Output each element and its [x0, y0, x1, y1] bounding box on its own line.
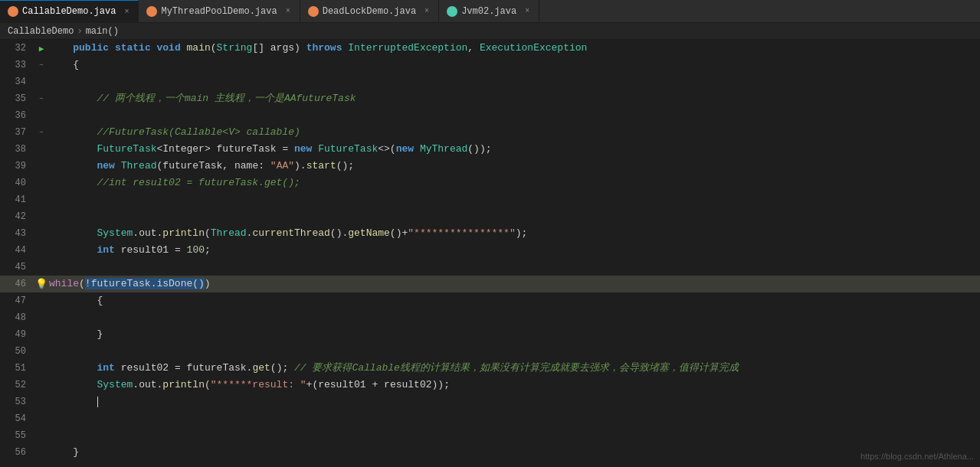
breadcrumb-method: main() — [86, 26, 119, 37]
code-line-32: 32 ▶ public static void main(String[] ar… — [0, 40, 980, 57]
tab-close-deadlock[interactable]: × — [423, 6, 431, 16]
run-arrow-icon: ▶ — [39, 44, 44, 54]
code-line-47: 47 { — [0, 292, 980, 309]
line-num-52: 52 — [0, 377, 34, 394]
fold-icon[interactable]: − — [39, 95, 43, 103]
text-cursor — [97, 397, 98, 407]
line-num-41: 41 — [0, 191, 34, 208]
code-line-51: 51 int result02 = futureTask.get(); // 要… — [0, 360, 980, 377]
line-num-56: 56 — [0, 444, 34, 461]
line-indicator-46[interactable]: 💡 — [34, 278, 49, 290]
line-num-51: 51 — [0, 360, 34, 377]
code-line-34: 34 — [0, 73, 980, 90]
code-line-53: 53 — [0, 394, 980, 410]
line-num-37: 37 — [0, 124, 34, 141]
breadcrumb-class: CallableDemo — [8, 26, 74, 37]
line-num-50: 50 — [0, 343, 34, 360]
line-indicator-32[interactable]: ▶ — [34, 44, 49, 54]
line-num-46: 46 — [0, 276, 34, 292]
line-text-35: // 两个线程，一个main 主线程，一个是AAfutureTask — [49, 90, 980, 107]
tab-label-callable: CallableDemo.java — [22, 6, 116, 17]
code-line-43: 43 System.out.println(Thread.currentThre… — [0, 225, 980, 242]
line-num-53: 53 — [0, 394, 34, 410]
code-line-54: 54 — [0, 410, 980, 427]
code-line-36: 36 — [0, 107, 980, 124]
tab-icon-jvm02 — [447, 6, 457, 17]
tab-label-deadlock: DeadLockDemo.java — [323, 6, 416, 17]
line-num-48: 48 — [0, 309, 34, 326]
code-line-35: 35 − // 两个线程，一个main 主线程，一个是AAfutureTask — [0, 90, 980, 107]
code-line-41: 41 — [0, 191, 980, 208]
code-line-56: 56 } — [0, 444, 980, 461]
line-text-46: while(!futureTask.isDone()) — [49, 276, 980, 292]
line-num-32: 32 — [0, 40, 34, 57]
line-num-35: 35 — [0, 90, 34, 107]
fold-icon[interactable]: − — [39, 129, 43, 136]
tab-close-threadpool[interactable]: × — [284, 6, 292, 16]
line-num-55: 55 — [0, 427, 34, 444]
code-line-42: 42 — [0, 208, 980, 225]
code-line-37: 37 − //FutureTask(Callable<V> callable) — [0, 124, 980, 141]
code-line-40: 40 //int result02 = futureTask.get(); — [0, 175, 980, 191]
line-text-32: public static void main(String[] args) t… — [49, 40, 980, 57]
tab-deadlock[interactable]: DeadLockDemo.java × — [300, 0, 439, 23]
line-text-47: { — [49, 292, 980, 309]
code-line-33: 33 − { — [0, 57, 980, 73]
fold-icon[interactable]: − — [39, 61, 43, 69]
line-num-44: 44 — [0, 242, 34, 259]
line-num-38: 38 — [0, 141, 34, 158]
line-indicator-33[interactable]: − — [34, 61, 49, 69]
line-text-43: System.out.println(Thread.currentThread(… — [49, 225, 980, 242]
tab-label-jvm02: Jvm02.java — [461, 6, 516, 17]
code-line-44: 44 int result01 = 100; — [0, 242, 980, 259]
line-num-36: 36 — [0, 107, 34, 124]
line-text-51: int result02 = futureTask.get(); // 要求获得… — [49, 360, 980, 377]
code-line-50: 50 — [0, 343, 980, 360]
code-line-49: 49 } — [0, 326, 980, 343]
line-num-33: 33 — [0, 57, 34, 73]
code-line-55: 55 — [0, 427, 980, 444]
line-indicator-37[interactable]: − — [34, 129, 49, 136]
breadcrumb-separator: › — [77, 26, 82, 37]
line-num-43: 43 — [0, 225, 34, 242]
tab-icon-threadpool — [146, 6, 157, 17]
line-text-37: //FutureTask(Callable<V> callable) — [49, 124, 980, 141]
tab-icon-deadlock — [308, 6, 319, 17]
code-line-48: 48 — [0, 309, 980, 326]
code-line-46: 46 💡 while(!futureTask.isDone()) — [0, 276, 980, 292]
line-text-39: new Thread(futureTask, name: "AA").start… — [49, 158, 980, 175]
line-num-45: 45 — [0, 259, 34, 276]
line-text-56: } — [49, 444, 980, 461]
code-line-52: 52 System.out.println("******result: "+(… — [0, 377, 980, 394]
code-line-39: 39 new Thread(futureTask, name: "AA").st… — [0, 158, 980, 175]
tab-callable[interactable]: CallableDemo.java × — [0, 0, 139, 23]
line-indicator-35[interactable]: − — [34, 95, 49, 103]
line-num-42: 42 — [0, 208, 34, 225]
line-text-38: FutureTask<Integer> futureTask = new Fut… — [49, 141, 980, 158]
line-num-54: 54 — [0, 410, 34, 427]
code-area: 32 ▶ public static void main(String[] ar… — [0, 40, 980, 467]
line-text-52: System.out.println("******result: "+(res… — [49, 377, 980, 394]
editor: 32 ▶ public static void main(String[] ar… — [0, 40, 980, 467]
tab-bar: CallableDemo.java × MyThreadPoolDemo.jav… — [0, 0, 980, 23]
bulb-icon[interactable]: 💡 — [35, 278, 48, 290]
line-text-44: int result01 = 100; — [49, 242, 980, 259]
tab-icon-callable — [8, 6, 18, 17]
tab-close-callable[interactable]: × — [123, 7, 130, 17]
line-num-39: 39 — [0, 158, 34, 175]
line-text-49: } — [49, 326, 980, 343]
line-num-47: 47 — [0, 292, 34, 309]
code-line-45: 45 — [0, 259, 980, 276]
breadcrumb: CallableDemo › main() — [0, 23, 980, 40]
watermark: https://blog.csdn.net/Athlena... — [860, 452, 974, 461]
line-text-53 — [49, 394, 980, 410]
tab-close-jvm02[interactable]: × — [523, 6, 531, 16]
line-text-40: //int result02 = futureTask.get(); — [49, 175, 980, 191]
code-line-38: 38 FutureTask<Integer> futureTask = new … — [0, 141, 980, 158]
line-num-49: 49 — [0, 326, 34, 343]
tab-threadpool[interactable]: MyThreadPoolDemo.java × — [139, 0, 300, 23]
tab-jvm02[interactable]: Jvm02.java × — [439, 0, 539, 23]
line-text-33: { — [49, 57, 980, 73]
line-num-34: 34 — [0, 73, 34, 90]
code-content[interactable]: 32 ▶ public static void main(String[] ar… — [0, 40, 980, 467]
